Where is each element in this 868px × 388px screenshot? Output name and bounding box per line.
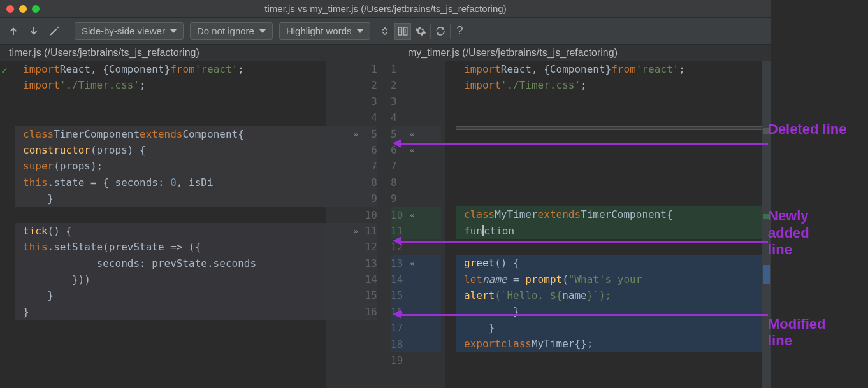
chevron-down-icon bbox=[259, 29, 266, 33]
annotation-arrowhead bbox=[393, 310, 401, 319]
help-icon[interactable]: ? bbox=[452, 23, 468, 40]
code-line bbox=[15, 207, 326, 223]
sync-scroll-icon[interactable] bbox=[394, 23, 411, 40]
divider bbox=[450, 24, 451, 39]
diff-window: timer.js vs my_timer.js (/Users/jetbrain… bbox=[0, 0, 771, 388]
annotation-modified: Modified line bbox=[768, 316, 846, 350]
code-line bbox=[15, 110, 326, 126]
annotation-arrow-modified bbox=[398, 314, 768, 316]
window-title: timer.js vs my_timer.js (/Users/jetbrain… bbox=[6, 3, 765, 14]
apply-left-icon[interactable]: « bbox=[410, 255, 415, 271]
code-line: let name = prompt("What's your bbox=[456, 271, 771, 287]
code-line bbox=[456, 174, 771, 190]
code-line: })) bbox=[15, 271, 326, 287]
code-line: } bbox=[456, 303, 771, 319]
annotation-arrow-added bbox=[398, 241, 768, 243]
code-line: greet() { bbox=[456, 255, 771, 271]
left-editor-pane[interactable]: ✓ import React, {Component} from 'react'… bbox=[0, 61, 326, 388]
right-file-header: my_timer.js (/Users/jetbrains/ts_js_refa… bbox=[390, 45, 771, 61]
refresh-icon[interactable] bbox=[432, 23, 449, 40]
code-line: seconds: prevState.seconds bbox=[15, 255, 326, 271]
code-line: import React, {Component} from 'react'; bbox=[456, 61, 771, 77]
code-line: this.state = { seconds: 0, isDi bbox=[15, 175, 326, 190]
highlight-label: Highlight words bbox=[286, 25, 352, 36]
annotation-deleted: Deleted line bbox=[768, 121, 846, 138]
code-line: import './Timer.css'; bbox=[15, 77, 326, 93]
code-line: this.setState(prevState => ({ bbox=[15, 239, 326, 255]
minimize-button[interactable] bbox=[19, 5, 27, 13]
divider bbox=[68, 24, 68, 39]
code-line: function bbox=[456, 223, 771, 239]
gutter-area: 1 2 3 4 »5 6 7 8 9 10 »11 12 13 14 15 16… bbox=[326, 61, 445, 388]
right-editor-pane[interactable]: import React, {Component} from 'react'; … bbox=[445, 61, 771, 388]
code-line: } bbox=[15, 304, 326, 320]
left-file-header: timer.js (/Users/jetbrains/ts_js_refacto… bbox=[0, 45, 326, 61]
code-line: super(props); bbox=[15, 158, 326, 174]
code-line: alert(`Hello, ${name}`); bbox=[456, 287, 771, 303]
apply-right-icon[interactable]: » bbox=[353, 223, 358, 239]
annotations-panel: Deleted line Newly added line Modified l… bbox=[768, 121, 846, 349]
divider bbox=[430, 24, 431, 39]
right-gutter: 1 2 3 4 5« 6« 7 8 9 10« 11 12 13« 14 15 … bbox=[384, 61, 441, 388]
code-line: } bbox=[15, 190, 326, 206]
viewer-mode-dropdown[interactable]: Side-by-side viewer bbox=[75, 22, 184, 40]
code-line: import './Timer.css'; bbox=[456, 77, 771, 93]
chevron-down-icon bbox=[170, 29, 177, 33]
viewer-mode-label: Side-by-side viewer bbox=[82, 25, 165, 36]
code-line: tick() { bbox=[15, 223, 326, 239]
annotation-added: Newly added line bbox=[768, 208, 846, 258]
file-headers: timer.js (/Users/jetbrains/ts_js_refacto… bbox=[0, 45, 771, 61]
apply-right-icon[interactable]: » bbox=[353, 126, 358, 142]
code-line: } bbox=[456, 320, 771, 336]
edit-icon[interactable] bbox=[47, 24, 61, 38]
apply-left-icon[interactable]: « bbox=[410, 207, 415, 223]
code-line: import React, {Component} from 'react'; bbox=[15, 61, 326, 77]
code-line: export class MyTimer{}; bbox=[456, 336, 771, 352]
code-line: class TimerComponent extends Component { bbox=[15, 126, 326, 142]
diff-body: ✓ import React, {Component} from 'react'… bbox=[0, 61, 771, 388]
settings-icon[interactable] bbox=[412, 23, 429, 40]
code-line bbox=[456, 190, 771, 206]
code-line bbox=[456, 352, 771, 368]
code-line: } bbox=[15, 287, 326, 303]
left-gutter: 1 2 3 4 »5 6 7 8 9 10 »11 12 13 14 15 16 bbox=[326, 61, 384, 388]
ignore-label: Do not ignore bbox=[197, 25, 254, 36]
annotation-arrowhead bbox=[393, 236, 401, 245]
check-icon: ✓ bbox=[1, 62, 8, 78]
prev-diff-icon[interactable] bbox=[6, 24, 20, 38]
code-line bbox=[456, 158, 771, 174]
diff-toolbar: Side-by-side viewer Do not ignore Highli… bbox=[0, 18, 771, 45]
next-diff-icon[interactable] bbox=[27, 24, 41, 38]
ignore-dropdown[interactable]: Do not ignore bbox=[190, 22, 273, 40]
titlebar: timer.js vs my_timer.js (/Users/jetbrain… bbox=[0, 0, 771, 18]
maximize-button[interactable] bbox=[32, 5, 40, 13]
apply-left-icon[interactable]: « bbox=[410, 126, 415, 142]
code-line bbox=[456, 110, 771, 126]
code-line bbox=[15, 94, 326, 110]
annotation-arrowhead bbox=[393, 139, 401, 148]
collapse-icon[interactable] bbox=[377, 23, 393, 40]
highlight-dropdown[interactable]: Highlight words bbox=[279, 22, 370, 40]
annotation-arrow-deleted bbox=[398, 143, 768, 145]
code-line bbox=[456, 94, 771, 110]
code-line: constructor(props) { bbox=[15, 142, 326, 158]
chevron-down-icon bbox=[357, 29, 363, 33]
close-button[interactable] bbox=[6, 5, 14, 13]
code-line bbox=[456, 130, 771, 142]
code-line: class MyTimer extends TimerComponent { bbox=[456, 206, 771, 222]
window-controls bbox=[6, 5, 40, 13]
